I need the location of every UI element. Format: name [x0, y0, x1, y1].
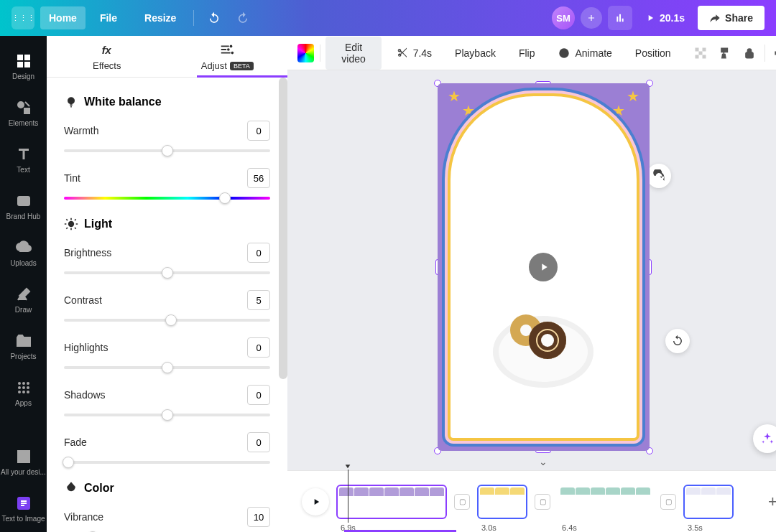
copy-style-button[interactable]	[716, 42, 734, 64]
bulb-icon	[64, 95, 78, 109]
file-button[interactable]: File	[91, 6, 126, 29]
sync-button[interactable]	[665, 329, 690, 353]
timeline: 6.9s ▢ 3.0s ▢ 6.4s ▢ 3.5s +	[287, 470, 776, 532]
svg-rect-16	[18, 451, 23, 456]
transparency-button[interactable]	[691, 42, 710, 64]
trim-button[interactable]: 7.4s	[387, 42, 440, 65]
arch-frame	[448, 93, 639, 441]
svg-rect-29	[695, 47, 698, 51]
highlights-slider[interactable]	[64, 366, 270, 369]
svg-rect-5	[24, 108, 29, 113]
analytics-button[interactable]	[608, 6, 632, 30]
svg-point-10	[18, 386, 21, 389]
add-member-button[interactable]	[581, 7, 602, 29]
magic-button[interactable]	[753, 424, 776, 453]
home-button[interactable]: Home	[40, 6, 86, 29]
svg-point-8	[22, 382, 25, 385]
transition-button[interactable]: ▢	[660, 494, 676, 510]
timeline-play-button[interactable]	[302, 488, 329, 515]
play-preview-button[interactable]: 20.1s	[638, 6, 692, 29]
brightness-slider[interactable]	[64, 271, 270, 274]
redo-button[interactable]	[231, 6, 254, 29]
rail-design[interactable]: Design	[0, 43, 47, 90]
shadows-input[interactable]	[247, 385, 270, 405]
tint-input[interactable]	[247, 168, 270, 188]
svg-point-15	[27, 391, 29, 393]
transition-button[interactable]: ▢	[535, 494, 550, 510]
timeline-clip-1[interactable]	[336, 485, 447, 519]
resize-button[interactable]: Resize	[131, 6, 185, 29]
slider-tint: Tint	[64, 168, 270, 200]
warmth-input[interactable]	[247, 121, 270, 141]
panel-scrollbar[interactable]	[279, 78, 287, 379]
svg-rect-2	[17, 62, 23, 67]
undo-button[interactable]	[203, 6, 226, 29]
section-light: Light	[64, 217, 270, 231]
svg-rect-33	[702, 55, 706, 58]
star-icon: ★	[462, 102, 475, 119]
svg-point-4	[18, 102, 24, 108]
user-avatar[interactable]: SM	[552, 6, 575, 29]
regenerate-button[interactable]	[647, 164, 671, 188]
tab-adjust[interactable]: AdjustBETA	[167, 36, 288, 77]
add-page-button[interactable]: +	[760, 490, 776, 514]
rail-uploads[interactable]: Uploads	[0, 230, 47, 276]
video-frame-card: ★ ★ ★ ★ ★ ★	[438, 83, 650, 451]
rail-draw[interactable]: Draw	[0, 276, 47, 323]
flip-button[interactable]: Flip	[510, 42, 544, 64]
vibrance-input[interactable]	[247, 507, 270, 527]
lock-button[interactable]	[740, 42, 759, 64]
tab-effects[interactable]: fx Effects	[47, 36, 167, 77]
rail-projects[interactable]: Projects	[0, 323, 47, 370]
app-logo[interactable]: ⋮⋮⋮	[11, 6, 34, 29]
animate-button[interactable]: Animate	[549, 42, 620, 65]
svg-rect-18	[18, 457, 23, 462]
highlights-input[interactable]	[247, 337, 270, 358]
expand-pages-icon[interactable]: ⌄	[539, 456, 548, 467]
tint-slider[interactable]	[64, 197, 270, 200]
svg-point-14	[22, 391, 25, 393]
volume-button[interactable]	[770, 42, 776, 64]
timeline-clip-2[interactable]	[477, 485, 527, 519]
scissors-icon	[396, 47, 409, 60]
fade-input[interactable]	[247, 432, 270, 452]
warmth-slider[interactable]	[64, 149, 270, 152]
timeline-clip-3[interactable]	[558, 485, 653, 519]
rail-elements[interactable]: Elements	[0, 90, 47, 136]
svg-point-23	[227, 48, 230, 51]
fade-slider[interactable]	[64, 461, 270, 464]
canvas-area: Edit video 7.4s Playback Flip Animate Po…	[287, 36, 776, 532]
rail-brand-hub[interactable]: Brand Hub	[0, 183, 47, 230]
play-video-button[interactable]	[529, 253, 558, 281]
color-picker[interactable]	[297, 44, 314, 62]
playback-button[interactable]: Playback	[446, 42, 504, 64]
contrast-input[interactable]	[247, 290, 270, 310]
timeline-clip-4[interactable]	[683, 485, 734, 519]
edit-video-button[interactable]: Edit video	[325, 37, 381, 70]
svg-point-9	[27, 382, 29, 385]
svg-point-12	[27, 386, 29, 389]
clip-duration: 3.5s	[688, 523, 703, 532]
beta-badge: BETA	[230, 62, 254, 70]
animate-icon	[558, 47, 571, 60]
canvas-stage[interactable]: ★ ★ ★ ★ ★ ★ ⌄	[287, 70, 776, 470]
svg-rect-6	[18, 197, 29, 205]
clip-duration: 6.4s	[562, 523, 577, 532]
share-button[interactable]: Share	[698, 6, 765, 30]
svg-rect-32	[695, 55, 698, 58]
svg-rect-30	[702, 47, 706, 51]
donut-graphic	[529, 322, 566, 359]
selected-element[interactable]: ★ ★ ★ ★ ★ ★	[438, 83, 650, 451]
shadows-slider[interactable]	[64, 414, 270, 416]
svg-point-26	[69, 222, 74, 227]
rail-text[interactable]: Text	[0, 136, 47, 183]
transition-button[interactable]: ▢	[454, 494, 470, 510]
svg-point-7	[18, 382, 21, 385]
fx-icon: fx	[99, 42, 115, 57]
rail-apps[interactable]: Apps	[0, 370, 47, 416]
rail-text-to-image[interactable]: Text to Image	[0, 485, 47, 532]
contrast-slider[interactable]	[64, 319, 270, 322]
position-button[interactable]: Position	[627, 42, 680, 64]
brightness-input[interactable]	[247, 243, 270, 263]
rail-all-designs[interactable]: All your desi...	[0, 439, 47, 485]
